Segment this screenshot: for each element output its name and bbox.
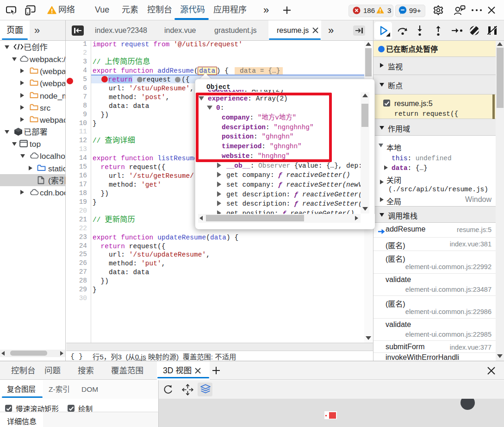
svg-text:{ }: { } [70, 353, 82, 360]
